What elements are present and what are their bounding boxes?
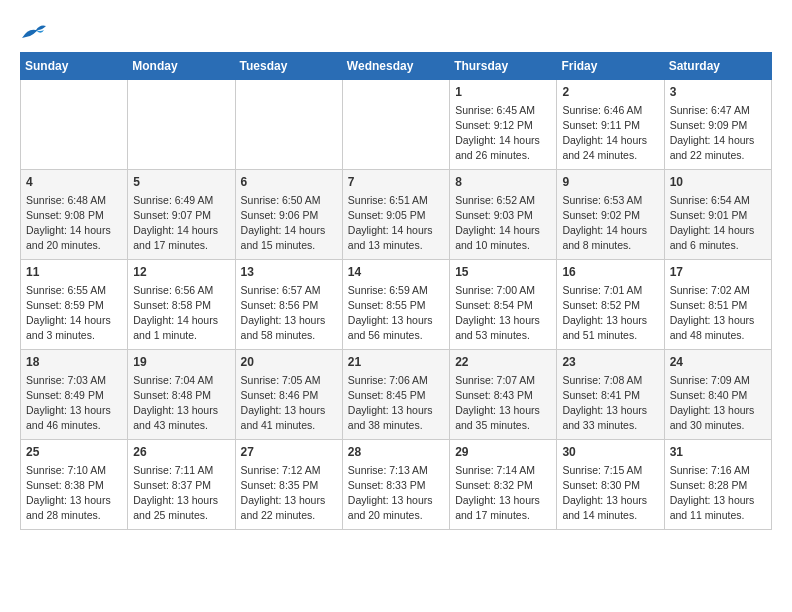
week-row-5: 25Sunrise: 7:10 AM Sunset: 8:38 PM Dayli… [21,440,772,530]
calendar-cell: 23Sunrise: 7:08 AM Sunset: 8:41 PM Dayli… [557,350,664,440]
day-info: Sunrise: 6:56 AM Sunset: 8:58 PM Dayligh… [133,283,229,344]
day-info: Sunrise: 7:16 AM Sunset: 8:28 PM Dayligh… [670,463,766,524]
day-number: 2 [562,84,658,101]
calendar-cell: 2Sunrise: 6:46 AM Sunset: 9:11 PM Daylig… [557,80,664,170]
calendar-header: SundayMondayTuesdayWednesdayThursdayFrid… [21,53,772,80]
calendar-body: 1Sunrise: 6:45 AM Sunset: 9:12 PM Daylig… [21,80,772,530]
day-info: Sunrise: 6:55 AM Sunset: 8:59 PM Dayligh… [26,283,122,344]
day-info: Sunrise: 6:52 AM Sunset: 9:03 PM Dayligh… [455,193,551,254]
calendar-cell: 28Sunrise: 7:13 AM Sunset: 8:33 PM Dayli… [342,440,449,530]
day-info: Sunrise: 7:13 AM Sunset: 8:33 PM Dayligh… [348,463,444,524]
calendar-cell [342,80,449,170]
calendar-cell: 18Sunrise: 7:03 AM Sunset: 8:49 PM Dayli… [21,350,128,440]
day-number: 8 [455,174,551,191]
week-row-2: 4Sunrise: 6:48 AM Sunset: 9:08 PM Daylig… [21,170,772,260]
week-row-4: 18Sunrise: 7:03 AM Sunset: 8:49 PM Dayli… [21,350,772,440]
day-number: 9 [562,174,658,191]
day-number: 5 [133,174,229,191]
weekday-header-tuesday: Tuesday [235,53,342,80]
calendar-cell [128,80,235,170]
day-info: Sunrise: 7:03 AM Sunset: 8:49 PM Dayligh… [26,373,122,434]
day-number: 27 [241,444,337,461]
calendar-cell: 7Sunrise: 6:51 AM Sunset: 9:05 PM Daylig… [342,170,449,260]
day-info: Sunrise: 7:15 AM Sunset: 8:30 PM Dayligh… [562,463,658,524]
day-number: 1 [455,84,551,101]
day-info: Sunrise: 7:02 AM Sunset: 8:51 PM Dayligh… [670,283,766,344]
day-info: Sunrise: 7:08 AM Sunset: 8:41 PM Dayligh… [562,373,658,434]
calendar-cell: 27Sunrise: 7:12 AM Sunset: 8:35 PM Dayli… [235,440,342,530]
day-info: Sunrise: 7:10 AM Sunset: 8:38 PM Dayligh… [26,463,122,524]
day-info: Sunrise: 6:46 AM Sunset: 9:11 PM Dayligh… [562,103,658,164]
page-header [20,20,772,42]
weekday-header-wednesday: Wednesday [342,53,449,80]
calendar-cell: 3Sunrise: 6:47 AM Sunset: 9:09 PM Daylig… [664,80,771,170]
calendar-cell: 8Sunrise: 6:52 AM Sunset: 9:03 PM Daylig… [450,170,557,260]
day-number: 26 [133,444,229,461]
day-number: 21 [348,354,444,371]
day-number: 18 [26,354,122,371]
weekday-header-row: SundayMondayTuesdayWednesdayThursdayFrid… [21,53,772,80]
day-info: Sunrise: 6:45 AM Sunset: 9:12 PM Dayligh… [455,103,551,164]
day-number: 15 [455,264,551,281]
day-info: Sunrise: 7:06 AM Sunset: 8:45 PM Dayligh… [348,373,444,434]
calendar-cell: 5Sunrise: 6:49 AM Sunset: 9:07 PM Daylig… [128,170,235,260]
calendar-cell: 9Sunrise: 6:53 AM Sunset: 9:02 PM Daylig… [557,170,664,260]
day-info: Sunrise: 7:05 AM Sunset: 8:46 PM Dayligh… [241,373,337,434]
calendar-cell: 26Sunrise: 7:11 AM Sunset: 8:37 PM Dayli… [128,440,235,530]
calendar-cell: 6Sunrise: 6:50 AM Sunset: 9:06 PM Daylig… [235,170,342,260]
day-number: 17 [670,264,766,281]
day-number: 31 [670,444,766,461]
day-info: Sunrise: 6:47 AM Sunset: 9:09 PM Dayligh… [670,103,766,164]
calendar-cell: 20Sunrise: 7:05 AM Sunset: 8:46 PM Dayli… [235,350,342,440]
day-number: 3 [670,84,766,101]
calendar-cell [21,80,128,170]
calendar-cell: 1Sunrise: 6:45 AM Sunset: 9:12 PM Daylig… [450,80,557,170]
day-number: 16 [562,264,658,281]
day-info: Sunrise: 7:14 AM Sunset: 8:32 PM Dayligh… [455,463,551,524]
weekday-header-friday: Friday [557,53,664,80]
day-info: Sunrise: 6:50 AM Sunset: 9:06 PM Dayligh… [241,193,337,254]
day-number: 22 [455,354,551,371]
calendar-cell: 15Sunrise: 7:00 AM Sunset: 8:54 PM Dayli… [450,260,557,350]
day-info: Sunrise: 6:54 AM Sunset: 9:01 PM Dayligh… [670,193,766,254]
calendar-cell: 12Sunrise: 6:56 AM Sunset: 8:58 PM Dayli… [128,260,235,350]
day-number: 20 [241,354,337,371]
week-row-3: 11Sunrise: 6:55 AM Sunset: 8:59 PM Dayli… [21,260,772,350]
day-info: Sunrise: 7:09 AM Sunset: 8:40 PM Dayligh… [670,373,766,434]
calendar-cell: 13Sunrise: 6:57 AM Sunset: 8:56 PM Dayli… [235,260,342,350]
calendar-cell: 29Sunrise: 7:14 AM Sunset: 8:32 PM Dayli… [450,440,557,530]
calendar-cell: 4Sunrise: 6:48 AM Sunset: 9:08 PM Daylig… [21,170,128,260]
logo [20,20,52,42]
weekday-header-saturday: Saturday [664,53,771,80]
day-number: 11 [26,264,122,281]
day-info: Sunrise: 6:48 AM Sunset: 9:08 PM Dayligh… [26,193,122,254]
day-number: 30 [562,444,658,461]
day-info: Sunrise: 7:00 AM Sunset: 8:54 PM Dayligh… [455,283,551,344]
day-info: Sunrise: 7:12 AM Sunset: 8:35 PM Dayligh… [241,463,337,524]
day-number: 14 [348,264,444,281]
day-info: Sunrise: 7:01 AM Sunset: 8:52 PM Dayligh… [562,283,658,344]
day-number: 4 [26,174,122,191]
calendar-cell: 10Sunrise: 6:54 AM Sunset: 9:01 PM Dayli… [664,170,771,260]
calendar-cell: 22Sunrise: 7:07 AM Sunset: 8:43 PM Dayli… [450,350,557,440]
calendar-table: SundayMondayTuesdayWednesdayThursdayFrid… [20,52,772,530]
calendar-cell [235,80,342,170]
day-number: 28 [348,444,444,461]
weekday-header-thursday: Thursday [450,53,557,80]
day-info: Sunrise: 6:53 AM Sunset: 9:02 PM Dayligh… [562,193,658,254]
weekday-header-monday: Monday [128,53,235,80]
day-info: Sunrise: 7:07 AM Sunset: 8:43 PM Dayligh… [455,373,551,434]
calendar-cell: 21Sunrise: 7:06 AM Sunset: 8:45 PM Dayli… [342,350,449,440]
calendar-cell: 17Sunrise: 7:02 AM Sunset: 8:51 PM Dayli… [664,260,771,350]
day-number: 13 [241,264,337,281]
day-number: 7 [348,174,444,191]
week-row-1: 1Sunrise: 6:45 AM Sunset: 9:12 PM Daylig… [21,80,772,170]
day-number: 24 [670,354,766,371]
calendar-cell: 14Sunrise: 6:59 AM Sunset: 8:55 PM Dayli… [342,260,449,350]
day-number: 10 [670,174,766,191]
calendar-cell: 24Sunrise: 7:09 AM Sunset: 8:40 PM Dayli… [664,350,771,440]
day-number: 23 [562,354,658,371]
day-number: 6 [241,174,337,191]
day-number: 29 [455,444,551,461]
day-number: 25 [26,444,122,461]
